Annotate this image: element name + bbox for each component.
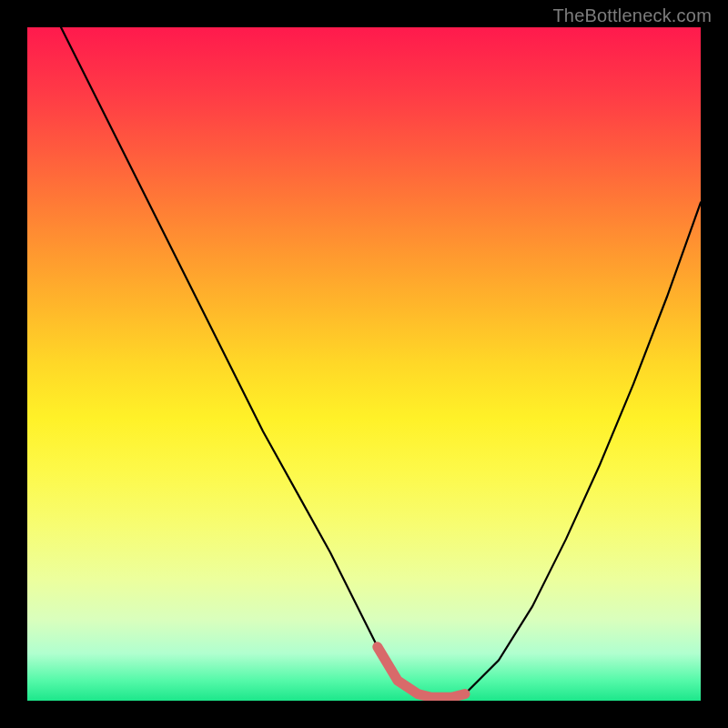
bottleneck-curve (61, 27, 701, 697)
highlight-segment (378, 647, 465, 698)
chart-plot-area (27, 27, 701, 701)
attribution-text: TheBottleneck.com (552, 5, 712, 26)
chart-svg (27, 27, 701, 701)
